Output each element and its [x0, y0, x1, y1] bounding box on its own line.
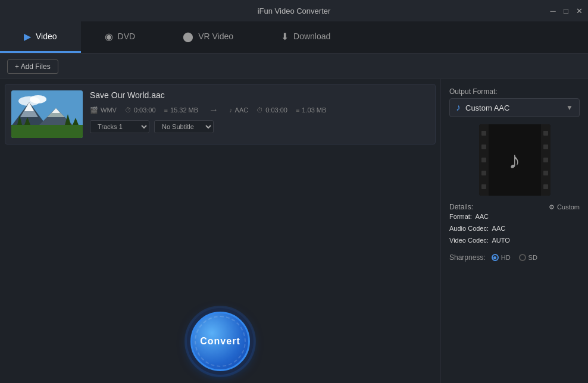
source-format: 🎬 WMV [90, 106, 117, 114]
menu-button[interactable] [5, 8, 10, 13]
tab-vrvideo[interactable]: ⬤ VR Video [159, 21, 257, 53]
app-title: iFun Video Converter [258, 7, 331, 15]
sd-label: SD [528, 254, 537, 261]
vr-icon: ⬤ [183, 31, 193, 42]
music-note-icon: ♪ [509, 147, 521, 174]
sd-radio[interactable]: SD [519, 254, 537, 261]
film-strip-right [541, 124, 551, 196]
video-codec-value: AUTO [492, 237, 509, 244]
film-hole [481, 145, 486, 149]
source-size-value: 15.32 MB [170, 106, 198, 114]
output-size: ≡ 1.03 MB [296, 106, 326, 114]
audio-codec-label: Audio Codec: [449, 225, 489, 232]
source-format-value: WMV [101, 106, 117, 114]
details-label: Details: [449, 203, 473, 211]
video-codec-label: Video Codec: [449, 237, 489, 244]
dvd-icon: ◉ [105, 31, 113, 42]
svg-point-2 [30, 95, 46, 103]
video-codec-detail-row: Video Codec: AUTO [449, 235, 580, 247]
file-item: Save Our World.aac 🎬 WMV ⏱ 0:03:00 ≡ 15.… [5, 84, 436, 145]
output-format-value: AAC [235, 106, 249, 114]
minimize-button[interactable]: ─ [549, 7, 557, 15]
titlebar: iFun Video Converter ─ □ ✕ [0, 0, 588, 21]
hd-label: HD [501, 254, 511, 261]
output-size-value: 1.03 MB [302, 106, 326, 114]
file-info: Save Our World.aac 🎬 WMV ⏱ 0:03:00 ≡ 15.… [90, 90, 429, 133]
custom-label: Custom [557, 203, 580, 211]
convert-area: Convert [190, 312, 250, 371]
hd-radio-circle [492, 254, 499, 261]
add-files-button[interactable]: + Add Files [7, 59, 58, 74]
preview-thumbnail: ♪ [479, 124, 551, 196]
svg-rect-9 [11, 125, 83, 138]
audio-codec-detail-row: Audio Codec: AAC [449, 223, 580, 235]
source-duration-value: 0:03:00 [134, 106, 156, 114]
film-hole [543, 131, 548, 136]
tab-download[interactable]: ⬇ Download [257, 21, 354, 53]
output-duration-value: 0:03:00 [265, 106, 287, 114]
film-hole [543, 145, 548, 149]
audio-icon: ♪ [229, 106, 233, 114]
film-hole [481, 171, 486, 175]
hd-radio[interactable]: HD [492, 254, 511, 261]
sd-radio-circle [519, 254, 526, 261]
tab-video[interactable]: ▶ Video [0, 21, 81, 53]
tab-dvd[interactable]: ◉ DVD [81, 21, 159, 53]
size-icon: ≡ [164, 106, 168, 114]
clock2-icon: ⏱ [257, 106, 263, 114]
tab-dvd-label: DVD [118, 32, 136, 41]
format-name: Custom AAC [465, 103, 561, 112]
output-duration: ⏱ 0:03:00 [257, 106, 287, 114]
source-size: ≡ 15.32 MB [164, 106, 199, 114]
custom-button[interactable]: ⚙ Custom [549, 203, 580, 211]
sharpness-label: Sharpness: [449, 253, 486, 262]
file-controls: Tracks 1 No Subtitle [90, 120, 429, 133]
film-hole [481, 184, 486, 189]
output-format: ♪ AAC [229, 106, 248, 114]
dropdown-arrow-icon: ▼ [566, 103, 573, 112]
tab-download-label: Download [293, 32, 330, 41]
size2-icon: ≡ [296, 106, 299, 114]
maximize-button[interactable]: □ [562, 7, 570, 15]
clock-icon: ⏱ [125, 106, 132, 114]
right-panel: Output Format: ♪ Custom AAC ▼ ♪ [440, 79, 588, 383]
film-strip-left [479, 124, 489, 196]
main-area: Save Our World.aac 🎬 WMV ⏱ 0:03:00 ≡ 15.… [0, 79, 588, 383]
sharpness-section: Sharpness: HD SD [449, 253, 580, 262]
subtitle-selector[interactable]: No Subtitle [154, 120, 214, 133]
file-thumbnail [11, 90, 83, 138]
film-hole [543, 171, 548, 175]
audio-codec-value: AAC [492, 225, 506, 232]
file-metadata: 🎬 WMV ⏱ 0:03:00 ≡ 15.32 MB → [90, 105, 429, 115]
convert-label: Convert [200, 336, 240, 347]
output-format-label: Output Format: [449, 87, 580, 96]
details-header: Details: ⚙ Custom [449, 203, 580, 211]
tracks-selector[interactable]: Tracks 1 [90, 120, 149, 133]
music-format-icon: ♪ [456, 102, 461, 113]
toolbar: + Add Files [0, 54, 588, 79]
film-hole [543, 184, 548, 189]
video-meta-icon: 🎬 [90, 106, 98, 114]
add-files-label: + Add Files [15, 62, 51, 71]
video-icon: ▶ [24, 31, 31, 42]
film-hole [543, 158, 548, 162]
file-list: Save Our World.aac 🎬 WMV ⏱ 0:03:00 ≡ 15.… [0, 79, 440, 383]
tab-vrvideo-label: VR Video [198, 32, 233, 41]
output-format-section: Output Format: ♪ Custom AAC ▼ [449, 87, 580, 117]
tab-video-label: Video [36, 32, 57, 41]
download-icon: ⬇ [281, 31, 289, 42]
format-selector[interactable]: ♪ Custom AAC ▼ [449, 98, 580, 117]
format-detail-row: Format: AAC [449, 211, 580, 223]
film-hole [481, 158, 486, 162]
file-name: Save Our World.aac [90, 90, 429, 100]
details-content: Format: AAC Audio Codec: AAC Video Codec… [449, 211, 580, 246]
details-section: Details: ⚙ Custom Format: AAC Audio Code… [449, 203, 580, 246]
convert-button[interactable]: Convert [190, 312, 250, 371]
film-hole [481, 131, 486, 136]
close-button[interactable]: ✕ [575, 7, 583, 15]
format-row-label: Format: [449, 213, 472, 220]
arrow-icon: → [209, 105, 218, 115]
tab-bar: ▶ Video ◉ DVD ⬤ VR Video ⬇ Download [0, 21, 588, 54]
sharpness-radio-group: HD SD [492, 254, 537, 261]
window-controls: ─ □ ✕ [549, 7, 583, 15]
